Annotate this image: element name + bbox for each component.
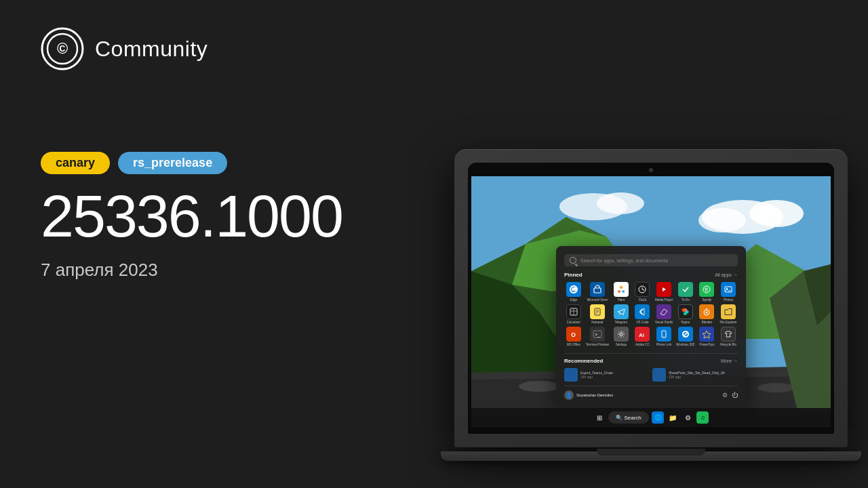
- app-paint[interactable]: Paint: [612, 282, 631, 302]
- more-link[interactable]: More →: [721, 359, 738, 363]
- settings-btn[interactable]: ⚙: [722, 392, 728, 399]
- media-player-icon: [656, 282, 671, 297]
- svg-point-6: [698, 208, 746, 232]
- app-clock[interactable]: Clock: [633, 282, 652, 302]
- w365-label: Windows 365: [676, 343, 694, 346]
- app-photos[interactable]: Photos: [719, 282, 738, 302]
- all-apps-link[interactable]: All apps →: [715, 272, 738, 277]
- start-user-bar: 👤 Svyatoslav Demidov ⚙ ⏻: [564, 386, 738, 400]
- user-info[interactable]: 👤 Svyatoslav Demidov: [564, 390, 613, 400]
- rec-item-1[interactable]: Export_Teams_Chats 14h ago: [564, 368, 650, 382]
- app-store[interactable]: Microsoft Store: [586, 282, 609, 302]
- blender-icon: [699, 304, 714, 319]
- app-edge[interactable]: Edge: [564, 282, 583, 302]
- app-w365[interactable]: Windows 365: [676, 327, 695, 346]
- svg-marker-41: [618, 309, 625, 315]
- taskbar-spotify[interactable]: ♫: [696, 411, 709, 424]
- svg-line-29: [642, 289, 644, 290]
- app-blender[interactable]: Blender: [698, 304, 717, 324]
- app-spotify[interactable]: Spotify: [698, 282, 717, 302]
- release-date: 7 апреля 2023: [41, 260, 393, 281]
- start-search-icon: [570, 257, 576, 264]
- notepad-label: Notepad: [591, 321, 603, 324]
- photos-icon: [721, 282, 736, 297]
- app-telegram[interactable]: Telegram: [612, 304, 631, 324]
- windows-screen: Search for apps, settings, and documents…: [471, 176, 831, 427]
- left-panel: © Community canary rs_prerelease 25336.1…: [0, 0, 434, 488]
- office-icon: O: [566, 327, 581, 342]
- powertoys-label: PowerToys: [699, 343, 714, 346]
- svg-text:>_: >_: [595, 332, 600, 338]
- rec-text-2: SharePoint_Site_Set_Read_Only_All 13h ag…: [669, 371, 725, 380]
- calculator-label: Calculator: [567, 321, 580, 324]
- rec-icon-2: [652, 368, 666, 382]
- vstudio-label: Visual Studio: [655, 321, 673, 324]
- start-menu: Search for apps, settings, and documents…: [556, 246, 746, 408]
- logo-area: © Community: [41, 27, 393, 70]
- app-settings[interactable]: Settings: [612, 327, 631, 346]
- vstudio-icon: [656, 304, 671, 319]
- svg-marker-42: [660, 309, 667, 315]
- svg-point-48: [706, 312, 708, 314]
- taskbar-explorer[interactable]: 📁: [667, 411, 679, 424]
- user-avatar: 👤: [564, 390, 574, 400]
- spotify-icon: [699, 282, 714, 297]
- version-number: 25336.1000: [41, 186, 393, 246]
- laptop-screen-bezel: Search for apps, settings, and documents…: [468, 163, 834, 434]
- app-terminal[interactable]: >_ Terminal Preview: [586, 327, 609, 346]
- power-btn[interactable]: ⏻: [732, 392, 738, 399]
- taskbar-edge[interactable]: 🌐: [652, 411, 664, 424]
- brand-name: Community: [95, 37, 208, 62]
- settings-icon: [614, 327, 629, 342]
- badge-prerelease: rs_prerelease: [118, 152, 227, 174]
- svg-text:Ai: Ai: [639, 332, 644, 338]
- svg-point-16: [519, 381, 559, 392]
- app-office[interactable]: O MS Office: [564, 327, 583, 346]
- recommended-section: Recommended More → Export_Teams_Chats 14…: [564, 353, 738, 382]
- app-notepad[interactable]: Notepad: [586, 304, 609, 324]
- app-vstudio[interactable]: Visual Studio: [654, 304, 673, 324]
- todo-label: To Do: [682, 298, 690, 302]
- app-vscode[interactable]: VS Code: [633, 304, 652, 324]
- media-player-label: Media Player: [655, 298, 673, 302]
- svg-text:©: ©: [57, 40, 68, 57]
- app-calculator[interactable]: Calculator: [564, 304, 583, 324]
- taskbar-start[interactable]: ⊞: [593, 411, 606, 424]
- svg-point-19: [757, 383, 795, 392]
- start-search-bar[interactable]: Search for apps, settings, and documents: [564, 254, 738, 266]
- taskbar-settings[interactable]: ⚙: [682, 411, 694, 424]
- app-media-player[interactable]: Media Player: [654, 282, 673, 302]
- rec-time-2: 13h ago: [669, 375, 725, 380]
- explorer-icon: [721, 304, 736, 319]
- svg-point-26: [620, 286, 623, 289]
- app-adobe[interactable]: Ai Adobe CC: [633, 327, 652, 346]
- vscode-icon: [635, 304, 650, 319]
- rec-time-1: 14h ago: [580, 375, 613, 380]
- rec-item-2[interactable]: SharePoint_Site_Set_Read_Only_All 13h ag…: [652, 368, 738, 382]
- app-powertoys[interactable]: PowerToys: [698, 327, 717, 346]
- laptop-base-notch: [597, 449, 705, 455]
- phone-icon: [656, 327, 671, 342]
- svg-text:O: O: [571, 331, 576, 338]
- recommended-items: Export_Teams_Chats 14h ago SharePoint_Si…: [564, 368, 738, 382]
- paint-label: Paint: [618, 298, 625, 302]
- settings-label: Settings: [616, 343, 627, 346]
- svg-point-53: [620, 333, 623, 336]
- store-icon: [590, 282, 605, 297]
- clock-icon: [635, 282, 650, 297]
- laptop-camera: [649, 168, 653, 172]
- svg-rect-45: [684, 312, 687, 315]
- recommended-title: Recommended: [564, 358, 603, 364]
- laptop-body: Search for apps, settings, and documents…: [454, 149, 848, 447]
- edge-icon: [566, 282, 581, 297]
- phone-label: Phone Link: [656, 343, 672, 346]
- taskbar-search[interactable]: 🔍 Search: [608, 411, 649, 424]
- app-phone[interactable]: Phone Link: [654, 327, 673, 346]
- app-todo[interactable]: To Do: [676, 282, 695, 302]
- app-recycle[interactable]: Recycle Bin: [719, 327, 738, 346]
- pinned-apps-grid: Edge Microsoft Store: [564, 282, 738, 346]
- clock-label: Clock: [639, 298, 646, 302]
- app-explorer[interactable]: File Explorer: [719, 304, 738, 324]
- app-figma[interactable]: Figma: [676, 304, 695, 324]
- taskbar: ⊞ 🔍 Search 🌐 📁 ⚙ ♫: [471, 408, 831, 427]
